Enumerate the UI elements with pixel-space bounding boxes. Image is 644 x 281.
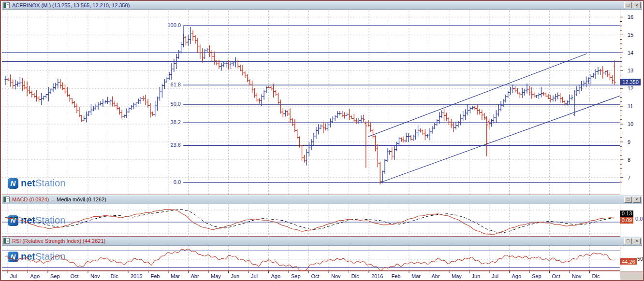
restore-icon[interactable]: □ [624, 238, 632, 244]
macd-title: MACD (0.0924) [12, 197, 49, 202]
price-axis [620, 11, 644, 195]
netstation-logo-icon: N [8, 215, 18, 226]
month-label: Oct [311, 273, 320, 279]
price-tick-label: 7 [628, 175, 642, 181]
month-label: Nov [572, 273, 582, 279]
macd-plot[interactable] [2, 204, 620, 237]
month-label: Oct [552, 273, 560, 279]
restore-icon[interactable]: □ [624, 2, 632, 8]
price-tick-label: 15 [628, 32, 642, 38]
month-label: Jun [231, 273, 240, 279]
macd-signal-title: Media móvil (0.1262) [57, 197, 106, 202]
main-chart-title: ACERINOX (M ) (13.255, 13.565, 12.210, 1… [12, 2, 130, 8]
rsi-value-badge: 44.26 [620, 258, 637, 265]
main-price-plot[interactable] [2, 11, 620, 195]
price-tick-label: 14 [628, 50, 642, 56]
main-chart-titlebar: ACERINOX (M ) (13.255, 13.565, 12.210, 1… [2, 1, 642, 10]
fib-level-label: 50.0 [161, 101, 181, 107]
rsi-mid-label: 50 [637, 256, 644, 262]
month-label: Sep [291, 273, 301, 279]
watermark-net: net [21, 178, 35, 188]
month-label: Jul [10, 273, 17, 279]
month-label: Dic [351, 273, 359, 279]
month-label: Sep [532, 273, 542, 279]
macd-value-badge: 0.09 [620, 217, 633, 224]
rsi-title: RSI (Relative Strength Index) (44.2621) [12, 238, 105, 244]
restore-icon[interactable]: □ [624, 197, 632, 203]
month-label: 2016 [371, 273, 383, 279]
month-label: May [452, 273, 462, 279]
month-label: Oct [71, 273, 79, 279]
month-label: Abr [191, 273, 199, 279]
close-icon[interactable]: × [633, 197, 641, 203]
netstation-watermark: N netStation [8, 178, 65, 189]
fib-level-label: 0.0 [161, 179, 181, 185]
axis-corner [620, 271, 644, 281]
rsi-titlebar: RSI (Relative Strength Index) (44.2621) … [2, 237, 642, 246]
price-tick-label: 12 [628, 85, 642, 91]
month-label: Ago [30, 273, 40, 279]
macd-zero-label: 0.0 [635, 216, 644, 222]
rsi-plot[interactable] [2, 246, 620, 271]
price-tick-label: 11 [628, 103, 642, 109]
last-price-badge: 12.350 [620, 79, 641, 85]
month-label: Feb [151, 273, 160, 279]
watermark-net: net [21, 215, 35, 225]
month-label: Mar [171, 273, 180, 279]
macd-signal-badge: 0.13 [620, 211, 633, 217]
month-label: Dic [592, 273, 600, 279]
chart-panel-icon [3, 238, 10, 244]
month-label: Nov [90, 273, 100, 279]
month-label: Dic [111, 273, 118, 279]
macd-title-separator: - [52, 197, 54, 202]
month-label: Ago [512, 273, 522, 279]
month-label: Nov [331, 273, 341, 279]
fib-level-label: 61.8 [161, 82, 181, 87]
price-tick-label: 13 [628, 68, 642, 73]
netstation-window: ACERINOX (M ) (13.255, 13.565, 12.210, 1… [0, 0, 644, 281]
price-tick-label: 16 [628, 14, 642, 20]
month-label: Feb [392, 273, 401, 279]
watermark-station: Station [35, 251, 65, 262]
netstation-logo-icon: N [8, 178, 18, 189]
month-label: Abr [432, 273, 440, 279]
time-axis[interactable]: JulAgoSepOctNovDic2015FebMarAbrMayJunJul… [2, 271, 644, 281]
netstation-logo-icon: N [8, 252, 18, 262]
chart-panel-icon [3, 2, 10, 8]
price-tick-label: 8 [628, 157, 642, 163]
macd-titlebar: MACD (0.0924) - Media móvil (0.1262) □ × [2, 195, 642, 204]
close-icon[interactable]: × [633, 2, 641, 8]
month-label: Jul [492, 273, 498, 279]
month-label: Sep [50, 273, 60, 279]
watermark-station: Station [35, 215, 65, 225]
watermark-station: Station [35, 178, 65, 188]
watermark-net: net [21, 251, 35, 262]
price-tick-label: 9 [628, 139, 642, 145]
netstation-watermark: N netStation [8, 215, 65, 226]
month-label: May [211, 273, 221, 279]
fib-level-label: 38.2 [161, 119, 181, 125]
fib-level-label: 23.6 [161, 142, 181, 148]
month-label: 2015 [131, 273, 142, 279]
month-label: Jun [472, 273, 481, 279]
price-tick-label: 10 [628, 121, 642, 127]
fib-level-label: 100.0 [161, 22, 181, 28]
month-label: Jul [251, 273, 258, 279]
close-icon[interactable]: × [633, 238, 641, 244]
netstation-watermark: N netStation [8, 251, 65, 262]
month-label: Ago [271, 273, 281, 279]
month-label: Mar [411, 273, 421, 279]
chart-panel-icon [3, 197, 10, 202]
